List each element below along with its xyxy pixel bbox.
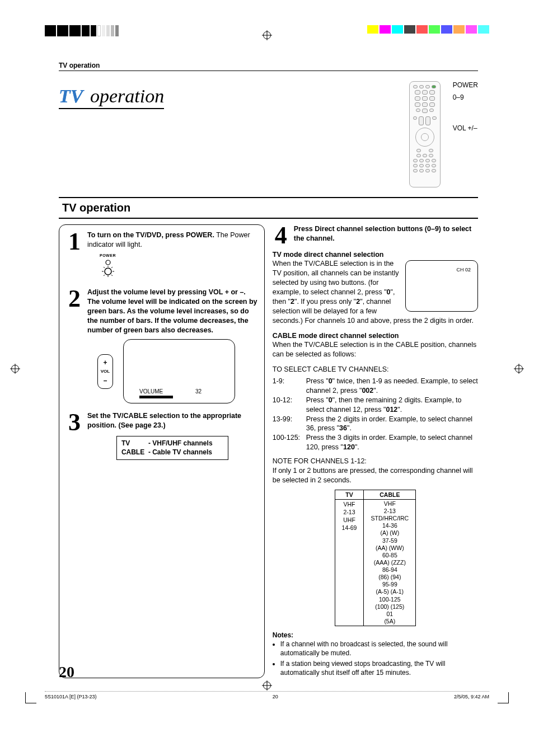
tv-mode-heading: TV mode direct channel selection bbox=[273, 250, 478, 260]
list-item: 10-12: Press "0", then the remaining 2 d… bbox=[273, 396, 478, 415]
screen-volume-label: VOLUME bbox=[139, 388, 163, 396]
vol-minus: – bbox=[104, 376, 107, 385]
remote-label-power: POWER bbox=[447, 81, 478, 89]
table-cell-tv: VHF 2-13 UHF 14-69 bbox=[335, 499, 364, 626]
step-4: 4 Press Direct channel selection buttons… bbox=[273, 224, 478, 247]
step-number: 1 bbox=[66, 231, 83, 253]
cable-mode-paragraph: When the TV/CABLE selection is in the CA… bbox=[273, 340, 478, 359]
remote-diagram: POWER 0–9 VOL +/– bbox=[409, 81, 478, 187]
page-number: 20 bbox=[59, 663, 74, 681]
table-header-cable: CABLE bbox=[364, 490, 416, 499]
footer-right: 2/5/05, 9:42 AM bbox=[454, 694, 489, 699]
step-3: 3 Set the TV/CABLE selection to the appr… bbox=[66, 411, 257, 459]
cable-select-heading: TO SELECT CABLE TV CHANNELS: bbox=[273, 365, 478, 374]
tv-screen-diagram: CH 02 bbox=[405, 260, 478, 312]
list-item: 100-125: Press the 3 digits in order. Ex… bbox=[273, 433, 478, 452]
footer-left: 5S10101A [E] (P13-23) bbox=[45, 694, 97, 699]
box-tv-label: TV bbox=[121, 439, 148, 448]
light-icon bbox=[100, 258, 116, 277]
notes-section: Notes: If a channel with no broadcast is… bbox=[273, 631, 478, 677]
step-number: 2 bbox=[66, 288, 83, 310]
title-rest: operation bbox=[85, 86, 164, 106]
title-tv-word: TV bbox=[59, 86, 85, 106]
tv-mode-paragraph: CH 02 When the TV/CABLE selection is in … bbox=[273, 259, 478, 325]
remote-label-numbers: 0–9 bbox=[447, 93, 478, 101]
svg-line-7 bbox=[104, 275, 105, 276]
svg-point-0 bbox=[106, 260, 110, 265]
right-column: 4 Press Direct channel selection buttons… bbox=[273, 224, 478, 678]
frequency-table: TV CABLE VHF 2-13 UHF 14-69 VHF 2-13 STD… bbox=[335, 490, 416, 626]
footer: 5S10101A [E] (P13-23) 20 2/5/05, 9:42 AM bbox=[45, 691, 489, 699]
screen-volume-value: 32 bbox=[195, 388, 202, 396]
remote-labels: POWER 0–9 VOL +/– bbox=[447, 81, 478, 132]
remote-icon bbox=[409, 81, 441, 187]
screen-channel-label: CH 02 bbox=[456, 266, 471, 273]
note-channels-1-12: NOTE FOR CHANNELS 1-12: If only 1 or 2 b… bbox=[273, 457, 478, 485]
cable-mode-heading: CABLE mode direct channel selection bbox=[273, 331, 478, 341]
steps-panel: 1 To turn on the TV/DVD, press POWER. Th… bbox=[59, 224, 265, 678]
tv-cable-box: TV - VHF/UHF channels CABLE - Cable TV c… bbox=[116, 436, 228, 459]
notes-heading: Notes: bbox=[273, 631, 293, 639]
registration-mark-icon bbox=[263, 682, 271, 689]
cable-channel-list: 1-9: Press "0" twice, then 1-9 as needed… bbox=[273, 377, 478, 452]
running-head: TV operation bbox=[59, 62, 478, 71]
step1-bold: To turn on the TV/DVD, press POWER. bbox=[87, 231, 214, 239]
svg-line-6 bbox=[111, 267, 113, 268]
svg-line-8 bbox=[111, 275, 113, 276]
power-label: POWER bbox=[100, 253, 257, 258]
volume-button-icon: + VOL – bbox=[97, 354, 113, 389]
vol-label: VOL bbox=[101, 369, 110, 375]
step2-bold: Adjust the volume level by pressing VOL … bbox=[87, 288, 257, 334]
remote-label-volume: VOL +/– bbox=[447, 124, 478, 132]
footer-center: 20 bbox=[273, 694, 278, 699]
crop-mark-icon bbox=[498, 692, 509, 703]
vol-plus: + bbox=[103, 358, 107, 367]
section-heading: TV operation bbox=[59, 198, 478, 219]
step-number: 3 bbox=[66, 411, 83, 434]
svg-point-1 bbox=[105, 268, 111, 275]
table-cell-cable: VHF 2-13 STD/HRC/IRC 14-36 (A) (W) 37-59… bbox=[364, 499, 416, 626]
volume-bar-icon bbox=[139, 396, 173, 398]
box-tv-desc: - VHF/UHF channels bbox=[148, 439, 223, 448]
page-title: TV operation bbox=[59, 86, 164, 109]
step4-bold: Press Direct channel selection buttons (… bbox=[294, 225, 471, 242]
power-indicator-diagram: POWER bbox=[100, 253, 257, 280]
step3-bold: Set the TV/CABLE selection to the approp… bbox=[87, 412, 241, 429]
step-1: 1 To turn on the TV/DVD, press POWER. Th… bbox=[66, 231, 257, 282]
table-header-tv: TV bbox=[335, 490, 364, 499]
step-number: 4 bbox=[273, 224, 289, 247]
svg-line-5 bbox=[104, 267, 105, 268]
step-2: 2 Adjust the volume level by pressing VO… bbox=[66, 288, 257, 403]
tv-screen-diagram: VOLUME 32 bbox=[123, 339, 235, 403]
list-item: 13-99: Press the 2 digits in order. Exam… bbox=[273, 415, 478, 434]
list-item: If a channel with no broadcast is select… bbox=[280, 640, 478, 658]
box-cable-desc: - Cable TV channels bbox=[148, 448, 223, 457]
list-item: If a station being viewed stops broadcas… bbox=[280, 659, 478, 677]
crop-mark-icon bbox=[25, 692, 36, 703]
list-item: 1-9: Press "0" twice, then 1-9 as needed… bbox=[273, 377, 478, 396]
box-cable-label: CABLE bbox=[121, 448, 148, 457]
